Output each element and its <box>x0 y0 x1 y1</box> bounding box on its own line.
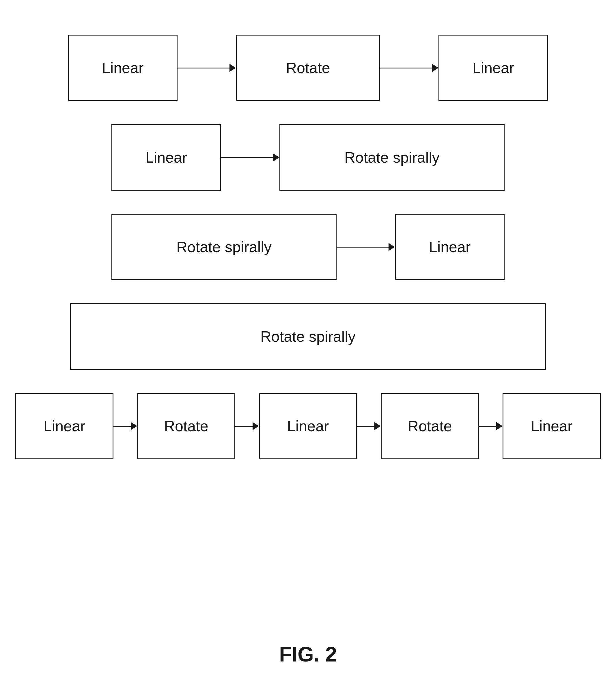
row-3: Rotate spirally Linear <box>111 214 505 280</box>
arrow-line <box>235 426 252 427</box>
box-label: Linear <box>287 418 329 435</box>
arrow-head <box>252 422 259 430</box>
arrow-head <box>273 153 279 162</box>
box-rotate-spirally-2: Rotate spirally <box>111 214 337 280</box>
box-linear-2: Linear <box>439 35 548 101</box>
box-label: Rotate <box>164 418 208 435</box>
box-label: Rotate spirally <box>176 238 271 256</box>
arrow-line <box>380 68 432 68</box>
box-label: Linear <box>473 59 514 77</box>
box-rotate-1: Rotate <box>236 35 380 101</box>
arrow-line <box>357 426 374 427</box>
box-rotate-2: Rotate <box>137 393 235 459</box>
arrow-line <box>221 157 273 158</box>
box-linear-1: Linear <box>68 35 177 101</box>
arrow-head <box>374 422 381 430</box>
arrow-head <box>389 243 395 251</box>
arrow-head <box>131 422 137 430</box>
box-label: Rotate spirally <box>260 328 355 345</box>
arrow-7 <box>357 422 381 430</box>
box-linear-5: Linear <box>15 393 113 459</box>
box-linear-6: Linear <box>259 393 357 459</box>
row-1: Linear Rotate Linear <box>68 35 548 101</box>
arrow-line <box>479 426 496 427</box>
arrow-4 <box>337 243 395 251</box>
box-label: Rotate <box>286 59 330 77</box>
arrow-head <box>229 64 236 72</box>
box-label: Linear <box>145 149 187 166</box>
arrow-8 <box>479 422 503 430</box>
row-5: Linear Rotate Linear Rotate Linear <box>15 393 601 459</box>
box-label: Linear <box>43 418 85 435</box>
box-linear-4: Linear <box>395 214 505 280</box>
box-label: Rotate spirally <box>345 149 439 166</box>
box-label: Linear <box>531 418 573 435</box>
box-rotate-3: Rotate <box>381 393 479 459</box>
box-linear-3: Linear <box>111 124 221 191</box>
arrow-3 <box>221 153 279 162</box>
row-4: Rotate spirally <box>70 303 546 370</box>
arrow-6 <box>235 422 259 430</box>
arrow-head <box>496 422 503 430</box>
arrow-5 <box>113 422 137 430</box>
box-label: Linear <box>429 238 471 256</box>
arrow-line <box>177 68 229 68</box>
box-rotate-spirally-3: Rotate spirally <box>70 303 546 370</box>
arrow-line <box>337 247 389 248</box>
figure-caption: FIG. 2 <box>279 642 337 666</box>
arrow-line <box>113 426 131 427</box>
box-linear-7: Linear <box>503 393 601 459</box>
diagram-container: Linear Rotate Linear Linear Rotate spira… <box>0 0 616 695</box>
box-label: Rotate <box>408 418 452 435</box>
box-rotate-spirally-1: Rotate spirally <box>279 124 505 191</box>
row-2: Linear Rotate spirally <box>111 124 505 191</box>
arrow-2 <box>380 64 439 72</box>
arrow-head <box>432 64 439 72</box>
box-label: Linear <box>102 59 144 77</box>
arrow-1 <box>177 64 236 72</box>
